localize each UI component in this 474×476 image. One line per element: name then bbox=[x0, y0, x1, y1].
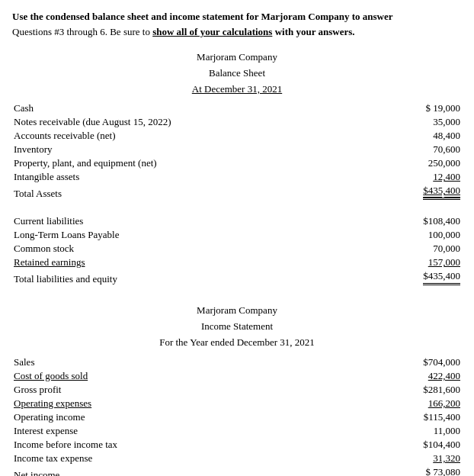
is-pretax-label: Income before income tax bbox=[12, 438, 305, 452]
liab-cs-value: 70,000 bbox=[305, 242, 463, 256]
is-tax-value: 31,320 bbox=[305, 452, 463, 465]
asset-notes-value: 35,000 bbox=[305, 115, 463, 129]
table-row: Gross profit $281,600 bbox=[12, 383, 462, 397]
table-row: Common stock 70,000 bbox=[12, 242, 462, 256]
balance-sheet-assets-table: Cash $ 19,000 Notes receivable (due Augu… bbox=[12, 101, 462, 207]
bs-date: At December 31, 2021 bbox=[12, 82, 462, 98]
table-row: Income tax expense 31,320 bbox=[12, 452, 462, 465]
is-opincome-value: $115,400 bbox=[305, 410, 463, 424]
is-sales-label: Sales bbox=[12, 355, 305, 369]
table-row: Total Assets $435,400 bbox=[12, 184, 462, 201]
liab-total-label: Total liabilities and equity bbox=[12, 269, 305, 286]
is-opex-value: 166,200 bbox=[305, 397, 463, 410]
asset-ar-label: Accounts receivable (net) bbox=[12, 129, 305, 143]
liab-re-value: 157,000 bbox=[305, 256, 463, 269]
is-cogs-label: Cost of goods sold bbox=[12, 369, 305, 383]
table-row: Interest expense 11,000 bbox=[12, 424, 462, 438]
liab-current-label: Current liabilities bbox=[12, 214, 305, 228]
asset-inventory-label: Inventory bbox=[12, 143, 305, 156]
intro-line2-underline: show all of your calculations bbox=[152, 26, 272, 37]
asset-total-label: Total Assets bbox=[12, 184, 305, 201]
is-netincome-value: $ 73,080 bbox=[305, 465, 463, 476]
is-date: For the Year ended December 31, 2021 bbox=[12, 335, 462, 351]
bs-company-name: Marjoram Company bbox=[12, 50, 462, 66]
liab-lt-label: Long-Term Loans Payable bbox=[12, 228, 305, 242]
is-gross-value: $281,600 bbox=[305, 383, 463, 397]
table-row: Operating expenses 166,200 bbox=[12, 397, 462, 410]
intro-line2-normal: Questions #3 through 6. Be sure to bbox=[12, 26, 152, 37]
table-row: Property, plant, and equipment (net) 250… bbox=[12, 156, 462, 170]
balance-sheet-liabilities-table: Current liabilities $108,400 Long-Term L… bbox=[12, 214, 462, 286]
table-row: Operating income $115,400 bbox=[12, 410, 462, 424]
section-gap bbox=[12, 294, 462, 303]
table-row: Cost of goods sold 422,400 bbox=[12, 369, 462, 383]
is-netincome-label: Net income bbox=[12, 465, 305, 476]
liab-re-label: Retained earnings bbox=[12, 256, 305, 269]
table-row: Intangible assets 12,400 bbox=[12, 170, 462, 184]
table-row: Retained earnings 157,000 bbox=[12, 256, 462, 269]
asset-total-value: $435,400 bbox=[305, 184, 463, 201]
liab-total-value: $435,400 bbox=[305, 269, 463, 286]
asset-intangible-value: 12,400 bbox=[305, 170, 463, 184]
asset-cash-value: $ 19,000 bbox=[305, 101, 463, 115]
income-statement-header: Marjoram Company Income Statement For th… bbox=[12, 303, 462, 350]
table-row: Income before income tax $104,400 bbox=[12, 438, 462, 452]
table-row: Cash $ 19,000 bbox=[12, 101, 462, 115]
table-row: Inventory 70,600 bbox=[12, 143, 462, 156]
table-row: Long-Term Loans Payable 100,000 bbox=[12, 228, 462, 242]
balance-sheet-header: Marjoram Company Balance Sheet At Decemb… bbox=[12, 50, 462, 97]
is-tax-label: Income tax expense bbox=[12, 452, 305, 465]
table-row: Sales $704,000 bbox=[12, 355, 462, 369]
asset-inventory-value: 70,600 bbox=[305, 143, 463, 156]
bs-title: Balance Sheet bbox=[12, 66, 462, 82]
is-opex-label: Operating expenses bbox=[12, 397, 305, 410]
table-row: Accounts receivable (net) 48,400 bbox=[12, 129, 462, 143]
asset-ar-value: 48,400 bbox=[305, 129, 463, 143]
is-cogs-value: 422,400 bbox=[305, 369, 463, 383]
intro-line1: Use the condensed balance sheet and inco… bbox=[12, 11, 392, 22]
asset-ppe-value: 250,000 bbox=[305, 156, 463, 170]
table-row: Notes receivable (due August 15, 2022) 3… bbox=[12, 115, 462, 129]
table-row: Total liabilities and equity $435,400 bbox=[12, 269, 462, 286]
bs-date-prefix: At December 31, 2021 bbox=[192, 83, 282, 95]
asset-intangible-label: Intangible assets bbox=[12, 170, 305, 184]
is-title: Income Statement bbox=[12, 319, 462, 335]
income-statement-table: Sales $704,000 Cost of goods sold 422,40… bbox=[12, 355, 462, 476]
asset-notes-label: Notes receivable (due August 15, 2022) bbox=[12, 115, 305, 129]
asset-cash-label: Cash bbox=[12, 101, 305, 115]
is-sales-value: $704,000 bbox=[305, 355, 463, 369]
intro-text: Use the condensed balance sheet and inco… bbox=[12, 9, 462, 39]
is-interest-label: Interest expense bbox=[12, 424, 305, 438]
is-gross-label: Gross profit bbox=[12, 383, 305, 397]
is-company-name: Marjoram Company bbox=[12, 303, 462, 319]
intro-line2-end: with your answers. bbox=[272, 26, 354, 37]
table-row: Current liabilities $108,400 bbox=[12, 214, 462, 228]
liab-lt-value: 100,000 bbox=[305, 228, 463, 242]
asset-ppe-label: Property, plant, and equipment (net) bbox=[12, 156, 305, 170]
is-interest-value: 11,000 bbox=[305, 424, 463, 438]
is-opincome-label: Operating income bbox=[12, 410, 305, 424]
is-pretax-value: $104,400 bbox=[305, 438, 463, 452]
table-row: Net income $ 73,080 bbox=[12, 465, 462, 476]
liab-cs-label: Common stock bbox=[12, 242, 305, 256]
liab-current-value: $108,400 bbox=[305, 214, 463, 228]
